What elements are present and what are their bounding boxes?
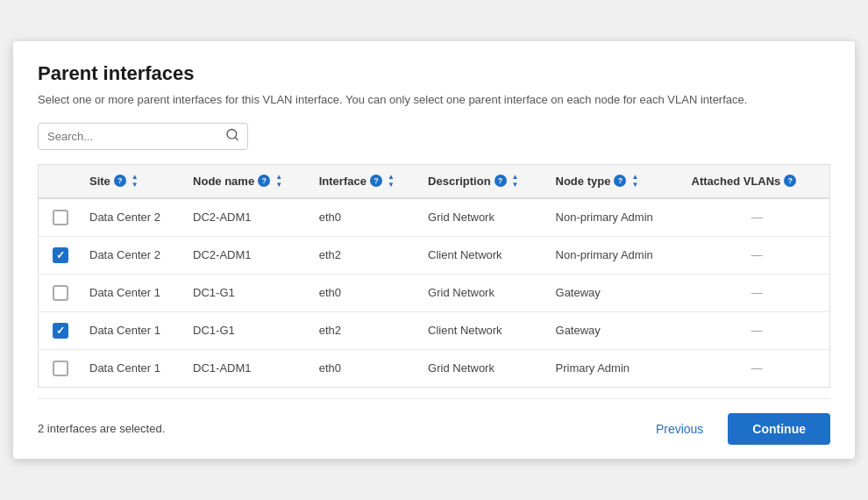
row-site: Data Center 2 (82, 198, 186, 237)
search-input[interactable] (38, 123, 248, 150)
row-node-name: DC1-ADM1 (186, 349, 312, 387)
sort-down-icon: ▼ (132, 182, 139, 189)
row-checkbox[interactable] (53, 323, 68, 339)
attached-vlans-info-icon[interactable]: ? (784, 175, 796, 187)
col-checkbox (39, 165, 82, 198)
parent-interfaces-dialog: Parent interfaces Select one or more par… (13, 41, 855, 458)
table-row: Data Center 1DC1-ADM1eth0Grid NetworkPri… (39, 349, 829, 387)
col-attached-vlans: Attached VLANs ? (685, 165, 830, 198)
row-checkbox[interactable] (53, 361, 68, 376)
description-info-icon[interactable]: ? (494, 175, 507, 187)
footer-actions: Previous Continue (645, 413, 830, 445)
table-row: Data Center 2DC2-ADM1eth0Grid NetworkNon… (39, 198, 829, 237)
row-description: Grid Network (421, 274, 548, 311)
interface-info-icon[interactable]: ? (370, 175, 382, 187)
table-row: Data Center 1DC1-G1eth2Client NetworkGat… (39, 311, 829, 349)
dialog-footer: 2 interfaces are selected. Previous Cont… (38, 398, 830, 459)
row-checkbox-cell[interactable] (39, 311, 82, 349)
node-type-info-icon[interactable]: ? (614, 175, 626, 187)
row-description: Client Network (421, 311, 548, 349)
col-description-label: Description (428, 175, 491, 188)
col-description: Description ? ▲ ▼ (421, 165, 548, 198)
row-node-type: Non-primary Admin (549, 236, 685, 274)
dialog-title: Parent interfaces (38, 62, 830, 85)
col-interface-label: Interface (319, 175, 366, 188)
continue-button[interactable]: Continue (728, 413, 830, 445)
row-node-type: Gateway (549, 274, 685, 311)
row-checkbox-cell[interactable] (39, 198, 82, 237)
node-type-sort-icons[interactable]: ▲ ▼ (631, 174, 638, 189)
col-attached-vlans-label: Attached VLANs (692, 175, 781, 188)
col-node-type-label: Node type (556, 175, 611, 188)
row-site: Data Center 1 (82, 274, 186, 311)
row-interface: eth0 (312, 198, 421, 237)
row-checkbox-cell[interactable] (39, 274, 82, 311)
interfaces-table: Site ? ▲ ▼ Node name ? (39, 165, 829, 387)
table-row: Data Center 1DC1-G1eth0Grid NetworkGatew… (39, 274, 829, 311)
row-site: Data Center 2 (82, 236, 186, 274)
col-interface: Interface ? ▲ ▼ (312, 165, 421, 198)
row-attached-vlans: — (685, 236, 830, 274)
row-attached-vlans: — (685, 349, 830, 387)
sort-up-icon: ▲ (132, 174, 139, 181)
row-node-name: DC1-G1 (186, 311, 312, 349)
row-description: Client Network (421, 236, 548, 274)
row-interface: eth0 (312, 349, 421, 387)
row-interface: eth0 (312, 274, 421, 311)
col-node-name-label: Node name (193, 175, 254, 188)
row-attached-vlans: — (685, 274, 830, 311)
row-attached-vlans: — (685, 198, 830, 237)
table-header-row: Site ? ▲ ▼ Node name ? (39, 165, 829, 198)
selection-status: 2 interfaces are selected. (38, 422, 165, 435)
interface-sort-icons[interactable]: ▲ ▼ (388, 174, 395, 189)
node-name-info-icon[interactable]: ? (258, 175, 270, 187)
col-node-name: Node name ? ▲ ▼ (186, 165, 312, 198)
row-node-type: Primary Admin (549, 349, 685, 387)
row-description: Grid Network (421, 349, 548, 387)
table-row: Data Center 2DC2-ADM1eth2Client NetworkN… (39, 236, 829, 274)
row-node-type: Non-primary Admin (549, 198, 685, 237)
row-checkbox[interactable] (53, 285, 68, 301)
search-container (38, 123, 248, 150)
row-interface: eth2 (312, 311, 421, 349)
row-site: Data Center 1 (82, 349, 186, 387)
col-site-label: Site (89, 175, 110, 188)
site-info-icon[interactable]: ? (114, 175, 126, 187)
row-attached-vlans: — (685, 311, 830, 349)
description-sort-icons[interactable]: ▲ ▼ (512, 174, 519, 189)
site-sort-icons[interactable]: ▲ ▼ (132, 174, 139, 189)
row-site: Data Center 1 (82, 311, 186, 349)
row-checkbox-cell[interactable] (39, 349, 82, 387)
row-checkbox[interactable] (53, 210, 68, 225)
interfaces-table-wrap: Site ? ▲ ▼ Node name ? (38, 164, 830, 388)
row-node-type: Gateway (549, 311, 685, 349)
row-node-name: DC2-ADM1 (186, 236, 312, 274)
row-node-name: DC1-G1 (186, 274, 312, 311)
col-site: Site ? ▲ ▼ (82, 165, 186, 198)
row-description: Grid Network (421, 198, 548, 237)
row-interface: eth2 (312, 236, 421, 274)
dialog-subtitle: Select one or more parent interfaces for… (38, 92, 830, 108)
row-node-name: DC2-ADM1 (186, 198, 312, 237)
row-checkbox-cell[interactable] (39, 236, 82, 274)
previous-button[interactable]: Previous (645, 415, 714, 443)
col-node-type: Node type ? ▲ ▼ (549, 165, 685, 198)
row-checkbox[interactable] (53, 247, 68, 263)
node-name-sort-icons[interactable]: ▲ ▼ (275, 174, 282, 189)
